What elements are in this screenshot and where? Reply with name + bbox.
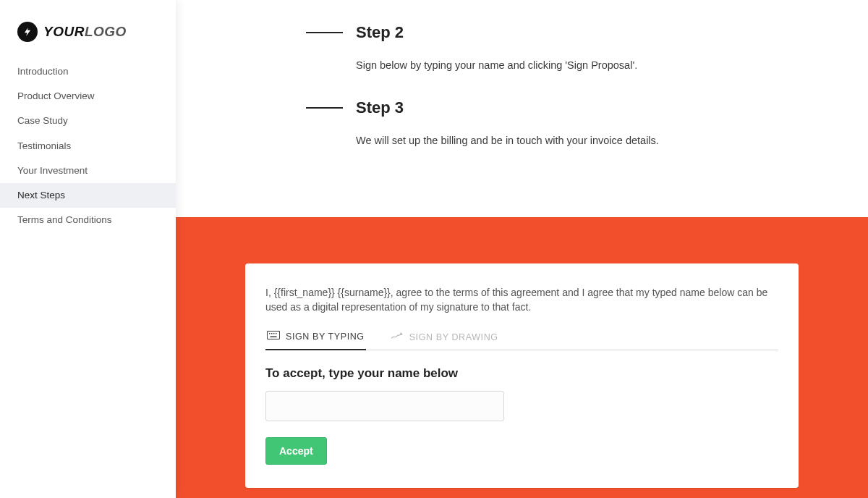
step-2: Step 2 Sign below by typing your name an… — [306, 23, 825, 74]
signature-name-input[interactable] — [265, 391, 504, 421]
agreement-text: I, {{first_name}} {{surname}}, agree to … — [265, 285, 778, 315]
divider-icon — [306, 107, 343, 109]
step-body: Sign below by typing your name and click… — [356, 58, 825, 74]
sidebar-nav: Introduction Product Overview Case Study… — [0, 59, 176, 232]
step-title: Step 3 — [356, 98, 404, 117]
sidebar-item-terms-and-conditions[interactable]: Terms and Conditions — [0, 208, 176, 232]
sidebar-item-introduction[interactable]: Introduction — [0, 59, 176, 84]
bolt-icon — [17, 22, 38, 42]
logo: YOURLOGO — [0, 0, 176, 55]
tab-label: SIGN BY DRAWING — [409, 332, 498, 342]
svg-rect-0 — [267, 331, 279, 339]
logo-text: YOURLOGO — [43, 24, 127, 40]
main-content: Step 2 Sign below by typing your name an… — [176, 0, 868, 498]
signature-card: I, {{first_name}} {{surname}}, agree to … — [245, 263, 799, 489]
tab-label: SIGN BY TYPING — [286, 332, 365, 342]
sidebar: YOURLOGO Introduction Product Overview C… — [0, 0, 176, 498]
steps-section: Step 2 Sign below by typing your name an… — [176, 0, 868, 217]
tab-sign-by-typing[interactable]: SIGN BY TYPING — [265, 331, 366, 350]
divider-icon — [306, 32, 343, 33]
accept-button[interactable]: Accept — [265, 437, 327, 465]
svg-rect-5 — [271, 337, 277, 338]
pen-icon — [391, 332, 404, 342]
svg-rect-1 — [269, 333, 271, 334]
svg-rect-2 — [271, 333, 273, 334]
step-body: We will set up the billing and be in tou… — [356, 133, 825, 149]
signature-tabs: SIGN BY TYPING SIGN BY DRAWING — [265, 330, 778, 350]
tab-sign-by-drawing[interactable]: SIGN BY DRAWING — [389, 331, 500, 350]
signature-prompt: To accept, type your name below — [265, 366, 778, 381]
signature-section: I, {{first_name}} {{surname}}, agree to … — [176, 217, 868, 499]
sidebar-item-your-investment[interactable]: Your Investment — [0, 159, 176, 183]
sidebar-item-next-steps[interactable]: Next Steps — [0, 183, 176, 208]
svg-rect-4 — [276, 333, 277, 334]
svg-rect-3 — [273, 333, 275, 334]
keyboard-icon — [267, 331, 280, 342]
sidebar-item-testimonials[interactable]: Testimonials — [0, 134, 176, 159]
step-3: Step 3 We will set up the billing and be… — [306, 98, 825, 149]
sidebar-item-case-study[interactable]: Case Study — [0, 109, 176, 133]
sidebar-item-product-overview[interactable]: Product Overview — [0, 84, 176, 109]
step-title: Step 2 — [356, 23, 404, 42]
